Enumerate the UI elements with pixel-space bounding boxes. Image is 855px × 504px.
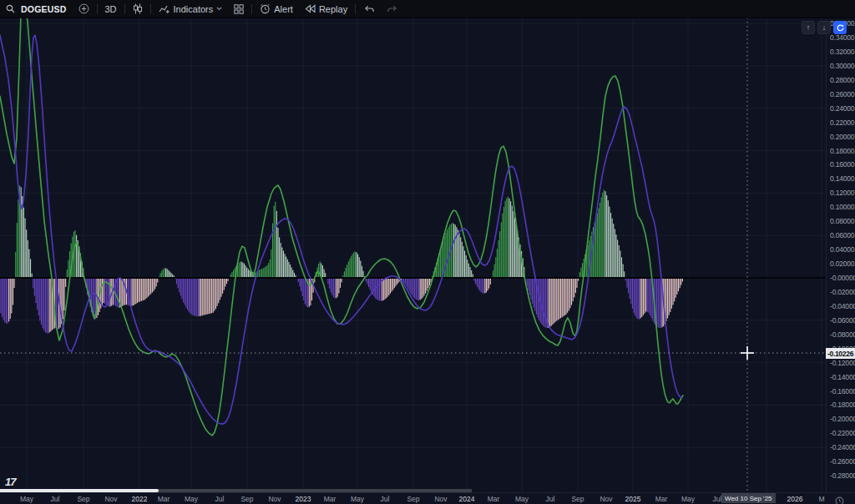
symbol-name: DOGEUSD <box>18 4 67 14</box>
auto-fit-scale-button[interactable] <box>833 21 847 34</box>
histogram-bar <box>238 263 239 277</box>
histogram-bar <box>441 244 442 277</box>
histogram-bar <box>671 279 672 309</box>
histogram-bar <box>505 201 506 277</box>
timezone-clock-icon[interactable] <box>835 494 844 504</box>
indicators-button[interactable]: Indicators <box>153 0 229 18</box>
redo-button[interactable] <box>381 0 404 18</box>
histogram-bar <box>74 230 75 277</box>
histogram-bar <box>632 279 633 309</box>
time-axis-label: May <box>515 495 529 503</box>
histogram-bar <box>2 279 3 317</box>
redo-arrow-icon <box>387 5 398 13</box>
histogram-bar <box>63 279 64 310</box>
histogram-bar <box>338 279 339 293</box>
histogram-bar <box>650 279 650 315</box>
symbol-search-button[interactable]: DOGEUSD <box>0 0 73 18</box>
histogram-bar <box>602 193 603 277</box>
histogram-bar <box>218 279 219 303</box>
alert-button[interactable]: Alert <box>254 0 299 18</box>
histogram-bar <box>634 279 635 313</box>
compare-add-button[interactable] <box>73 0 95 18</box>
histogram-bar <box>569 279 569 310</box>
time-axis-label: Sep <box>571 495 584 503</box>
histogram-bar <box>490 279 491 285</box>
time-axis-label: Mar <box>158 495 170 503</box>
histogram-bar <box>605 191 605 277</box>
histogram-bar <box>670 279 670 312</box>
histogram-bar <box>422 279 423 298</box>
histogram-bar <box>277 228 278 277</box>
histogram-bar <box>259 270 260 277</box>
histogram-bar <box>246 268 247 277</box>
time-axis-label: 2022 <box>132 495 148 503</box>
histogram-bar <box>548 279 549 328</box>
histogram-bar <box>45 279 46 332</box>
histogram-bar <box>624 271 625 277</box>
histogram-bar <box>559 279 559 319</box>
histogram-bar <box>497 249 498 277</box>
histogram-bar <box>366 279 367 282</box>
scroll-up-button[interactable]: ↑ <box>802 21 815 34</box>
histogram-bar <box>324 270 325 277</box>
histogram-bar <box>427 279 428 291</box>
histogram-bar <box>452 223 453 277</box>
histogram-bar <box>199 279 200 316</box>
histogram-bar <box>209 279 210 314</box>
histogram-bar <box>131 279 132 306</box>
histogram-bar <box>628 279 629 293</box>
histogram-bar <box>495 257 496 277</box>
histogram-bar <box>398 279 399 283</box>
histogram-bar <box>367 279 367 285</box>
histogram-bar <box>41 279 42 325</box>
timeframe-button[interactable]: 3D <box>99 0 123 18</box>
crosshair-time-label: Wed 10 Sep '25 <box>721 493 776 503</box>
histogram-bar <box>672 279 673 305</box>
histogram-bar <box>137 279 138 303</box>
price-axis-label: 0.14000 <box>830 174 854 183</box>
scroll-down-button[interactable]: ↓ <box>817 21 831 34</box>
histogram-bar <box>133 279 134 305</box>
time-axis-label: Mar <box>488 495 500 503</box>
histogram-bar <box>135 279 136 304</box>
histogram-bar <box>263 268 264 277</box>
chart-style-button[interactable] <box>127 0 149 18</box>
replay-button[interactable]: Replay <box>299 0 353 18</box>
histogram-bar <box>340 279 341 288</box>
histogram-bar <box>384 279 385 300</box>
histogram-bar <box>180 279 181 295</box>
histogram-bar <box>680 279 681 285</box>
histogram-bar <box>228 279 229 281</box>
time-axis-label: M <box>818 495 824 503</box>
histogram-bar <box>148 279 149 297</box>
histogram-bar <box>636 279 637 318</box>
histogram-bar <box>480 279 481 292</box>
histogram-bar <box>420 279 421 300</box>
histogram-bar <box>395 279 396 286</box>
histogram-bar <box>514 218 515 277</box>
histogram-bar <box>26 229 27 277</box>
price-axis-label: -0.12000 <box>830 359 855 367</box>
histogram-bar <box>558 279 559 320</box>
histogram-bar <box>121 279 122 307</box>
refresh-arrows-icon <box>837 24 844 32</box>
histogram-bar <box>305 279 306 304</box>
histogram-bar <box>641 279 642 317</box>
chart-canvas[interactable] <box>0 18 826 492</box>
histogram-bar <box>76 235 77 277</box>
histogram-bar <box>597 214 598 277</box>
histogram-bar <box>185 279 185 305</box>
crosshair-price-label: -0.10226 <box>826 348 855 359</box>
histogram-bar <box>417 279 417 300</box>
histogram-bar <box>241 262 242 277</box>
undo-button[interactable] <box>357 0 381 18</box>
price-axis-label: 0.06000 <box>830 231 854 239</box>
histogram-bar <box>357 255 358 278</box>
histogram-bar <box>220 279 220 300</box>
histogram-bar <box>647 279 648 312</box>
price-axis[interactable]: 0.360000.340000.320000.300000.280000.260… <box>826 18 855 492</box>
layout-templates-button[interactable] <box>228 0 250 18</box>
histogram-bar <box>575 279 576 293</box>
histogram-bar <box>562 279 563 317</box>
signal-line <box>0 35 682 424</box>
